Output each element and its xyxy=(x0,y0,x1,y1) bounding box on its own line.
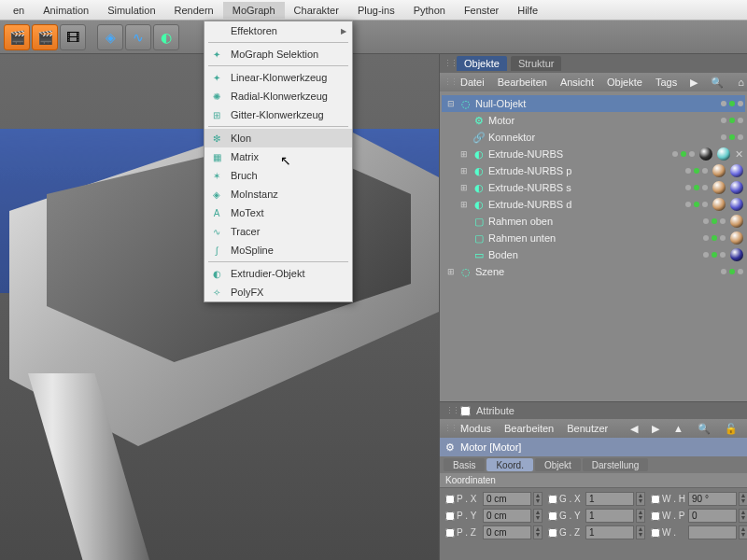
tool-cube-icon[interactable]: ◈ xyxy=(97,24,123,50)
tab-objekte[interactable]: Objekte xyxy=(457,56,507,71)
menu-bearbeiten[interactable]: Bearbeiten xyxy=(492,77,553,88)
material-sphere-icon[interactable] xyxy=(730,198,743,211)
tree-toggle-icon[interactable]: ⊞ xyxy=(458,166,470,175)
coord-input[interactable] xyxy=(688,492,737,506)
material-sphere-icon[interactable] xyxy=(712,198,726,211)
tool-spline-icon[interactable]: ∿ xyxy=(125,24,151,50)
tool-film-icon[interactable]: 🎞 xyxy=(60,24,86,50)
coord-checkbox[interactable] xyxy=(548,511,557,521)
coord-input[interactable] xyxy=(483,509,531,523)
menu-benutzer[interactable]: Benutzer xyxy=(561,423,613,434)
coord-input[interactable] xyxy=(483,525,531,539)
tree-status-dots[interactable] xyxy=(703,215,743,228)
spinner-icon[interactable]: ▲▼ xyxy=(533,525,543,539)
menu-charakter[interactable]: Charakter xyxy=(285,2,348,19)
tree-status-dots[interactable] xyxy=(685,181,743,194)
tree-row[interactable]: ⊞◐Extrude-NURBS p xyxy=(442,162,745,179)
spinner-icon[interactable]: ▲▼ xyxy=(739,509,747,523)
tree-toggle-icon[interactable]: ⊞ xyxy=(458,149,470,159)
dd-matrix[interactable]: ▦Matrix xyxy=(204,147,352,166)
dd-mograph-selektion[interactable]: ✦MoGraph Selektion xyxy=(204,45,352,63)
coord-checkbox[interactable] xyxy=(445,495,455,504)
tab-struktur[interactable]: Struktur xyxy=(511,56,562,71)
material-sphere-icon[interactable] xyxy=(717,147,730,161)
tree-status-dots[interactable] xyxy=(721,101,743,106)
grip-icon[interactable]: ⋮⋮⋮ xyxy=(444,77,453,87)
coord-input[interactable] xyxy=(483,492,531,506)
tag-x-icon[interactable]: ✕ xyxy=(735,148,743,161)
dd-moinstanz[interactable]: ◈MoInstanz xyxy=(204,185,352,203)
material-sphere-icon[interactable] xyxy=(712,164,726,177)
search-icon[interactable]: 🔍 xyxy=(692,423,716,435)
material-sphere-icon[interactable] xyxy=(730,215,743,228)
tree-status-dots[interactable] xyxy=(721,134,743,140)
tree-toggle-icon[interactable]: ⊞ xyxy=(458,200,470,209)
tree-row[interactable]: ⊟◌Null-Objekt xyxy=(442,95,745,112)
attr-tab-objekt[interactable]: Objekt xyxy=(535,458,581,471)
tree-row[interactable]: ⊞◐Extrude-NURBS s xyxy=(442,179,745,196)
spinner-icon[interactable]: ▲▼ xyxy=(533,509,543,523)
tree-status-dots[interactable] xyxy=(685,164,743,177)
menu-rendern[interactable]: Rendern xyxy=(165,2,223,19)
tree-toggle-icon[interactable]: ⊟ xyxy=(445,99,457,108)
menu-datei[interactable]: Datei xyxy=(455,77,490,88)
material-sphere-icon[interactable] xyxy=(730,248,743,261)
coord-checkbox[interactable] xyxy=(548,495,557,504)
menu-tags[interactable]: Tags xyxy=(650,77,683,88)
tree-toggle-icon[interactable]: ⊞ xyxy=(458,183,470,192)
menu-plug-ins[interactable]: Plug-ins xyxy=(348,2,404,19)
dd-tracer[interactable]: ∿Tracer xyxy=(204,222,352,241)
tree-row[interactable]: ▢Rahmen unten xyxy=(442,230,745,246)
grip-icon[interactable]: ⋮⋮⋮ xyxy=(444,424,453,433)
menu-mograph[interactable]: MoGraph xyxy=(223,2,285,19)
nav-fwd-icon[interactable]: ▶ xyxy=(646,423,665,435)
tree-row[interactable]: ⊞◐Extrude-NURBS d xyxy=(442,196,745,213)
home-icon[interactable]: ⌂ xyxy=(732,77,747,89)
nav-up-icon[interactable]: ▲ xyxy=(668,423,689,435)
spinner-icon[interactable]: ▲▼ xyxy=(636,525,645,539)
dd-klon[interactable]: ❇Klon xyxy=(204,129,352,147)
coord-checkbox[interactable] xyxy=(651,495,660,504)
tree-status-dots[interactable] xyxy=(721,118,743,123)
tree-row[interactable]: ⊞◌Szene xyxy=(442,263,745,280)
dd-radial-klonwerkzeug[interactable]: ✺Radial-Klonwerkzeug xyxy=(204,87,352,105)
spinner-icon[interactable]: ▲▼ xyxy=(533,492,543,506)
coord-input[interactable] xyxy=(688,509,737,523)
grip-icon[interactable]: ⋮⋮⋮ xyxy=(444,59,453,68)
tree-row[interactable]: ▢Rahmen oben xyxy=(442,213,745,230)
tool-clapperboard-icon[interactable]: 🎬 xyxy=(4,24,30,50)
dd-linear-klonwerkzeug[interactable]: ✦Linear-Klonwerkzeug xyxy=(204,68,352,87)
coord-input[interactable] xyxy=(585,509,634,523)
tool-clapperboard2-icon[interactable]: 🎬 xyxy=(32,24,58,50)
attr-tab-koord[interactable]: Koord. xyxy=(486,458,532,471)
coord-checkbox[interactable] xyxy=(445,511,455,521)
material-sphere-icon[interactable] xyxy=(712,181,726,194)
menu-modus[interactable]: Modus xyxy=(455,423,497,434)
menu-objekte[interactable]: Objekte xyxy=(601,77,648,88)
material-sphere-icon[interactable] xyxy=(699,147,712,161)
tree-row[interactable]: ⊞◐Extrude-NURBS✕ xyxy=(442,146,745,162)
material-sphere-icon[interactable] xyxy=(730,164,743,177)
coord-checkbox[interactable] xyxy=(548,528,557,538)
coord-checkbox[interactable] xyxy=(651,528,660,538)
tree-status-dots[interactable] xyxy=(685,198,743,211)
menu-simulation[interactable]: Simulation xyxy=(98,2,164,19)
menu-bearbeiten[interactable]: Bearbeiten xyxy=(499,423,559,434)
menu-animation[interactable]: Animation xyxy=(34,2,98,19)
grip-icon[interactable]: ⋮⋮⋮ xyxy=(445,406,455,415)
dd-effektoren[interactable]: Effektoren xyxy=(204,21,352,40)
attr-checkbox[interactable] xyxy=(460,406,471,416)
tree-toggle-icon[interactable]: ⊞ xyxy=(445,267,457,276)
nav-back-icon[interactable]: ◀ xyxy=(625,423,643,435)
dd-extrudier-objekt[interactable]: ◐Extrudier-Objekt xyxy=(204,264,352,283)
tree-status-dots[interactable] xyxy=(721,269,743,274)
menu-hilfe[interactable]: Hilfe xyxy=(508,2,547,19)
attr-tab-basis[interactable]: Basis xyxy=(444,458,485,471)
lock-icon[interactable]: 🔓 xyxy=(719,423,743,435)
dd-gitter-klonwerkzeug[interactable]: ⊞Gitter-Klonwerkzeug xyxy=(204,105,352,124)
tree-status-dots[interactable]: ✕ xyxy=(672,147,743,161)
menu-more-icon[interactable]: ▶ xyxy=(684,77,703,89)
tree-status-dots[interactable] xyxy=(703,231,743,245)
tree-status-dots[interactable] xyxy=(703,248,743,261)
spinner-icon[interactable]: ▲▼ xyxy=(739,525,747,539)
